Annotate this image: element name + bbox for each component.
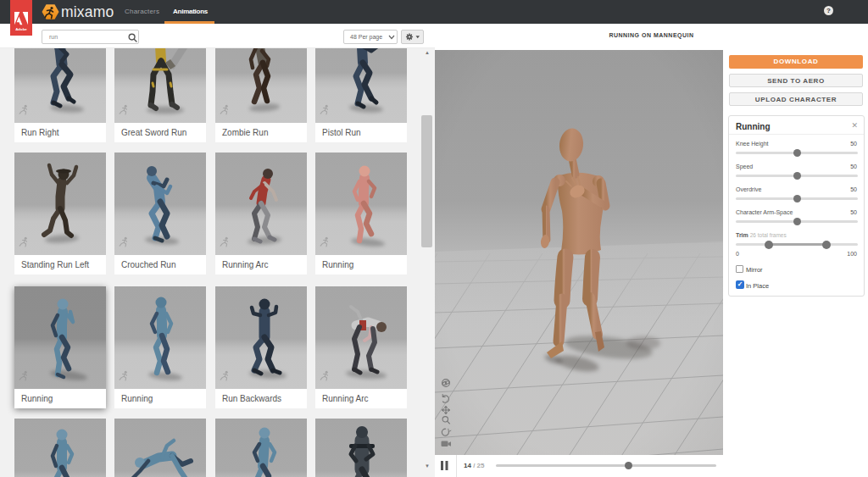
svg-text:mixamo: mixamo [61, 3, 114, 20]
svg-text:Adobe: Adobe [15, 27, 27, 31]
